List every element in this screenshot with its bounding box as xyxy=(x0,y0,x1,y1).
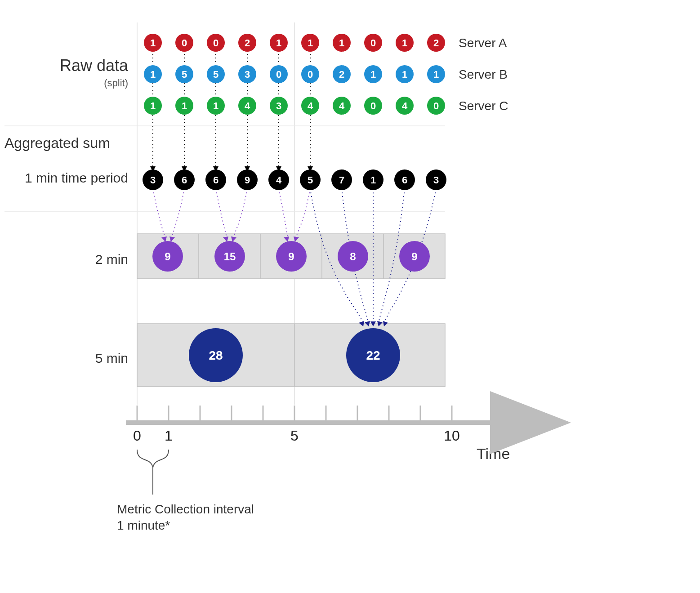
svg-text:3: 3 xyxy=(245,69,250,80)
svg-text:1: 1 xyxy=(370,174,376,186)
svg-text:8: 8 xyxy=(350,250,356,263)
svg-text:0: 0 xyxy=(213,37,218,49)
tick-10: 10 xyxy=(444,428,460,444)
svg-text:1: 1 xyxy=(182,100,187,111)
svg-text:0: 0 xyxy=(370,100,376,111)
svg-text:0: 0 xyxy=(276,69,281,80)
svg-text:5: 5 xyxy=(213,69,218,80)
svg-text:4: 4 xyxy=(245,100,250,111)
tick-5: 5 xyxy=(290,428,299,444)
svg-text:1: 1 xyxy=(370,69,376,80)
svg-text:1: 1 xyxy=(213,100,218,111)
svg-text:0: 0 xyxy=(182,37,187,49)
svg-text:9: 9 xyxy=(165,250,170,263)
svg-text:1: 1 xyxy=(308,37,313,49)
svg-text:1: 1 xyxy=(402,69,407,80)
tick-1: 1 xyxy=(165,428,173,444)
svg-text:2: 2 xyxy=(339,69,344,80)
svg-text:22: 22 xyxy=(366,348,380,362)
svg-text:3: 3 xyxy=(276,100,281,111)
svg-text:0: 0 xyxy=(308,69,313,80)
svg-text:4: 4 xyxy=(308,100,313,111)
svg-text:6: 6 xyxy=(213,174,218,186)
svg-text:1: 1 xyxy=(276,37,281,49)
svg-text:0: 0 xyxy=(370,37,376,49)
svg-text:5: 5 xyxy=(308,174,313,186)
svg-text:15: 15 xyxy=(224,250,236,263)
svg-text:4: 4 xyxy=(402,100,408,111)
svg-text:4: 4 xyxy=(276,174,282,186)
svg-text:1: 1 xyxy=(339,37,344,49)
svg-text:4: 4 xyxy=(339,100,345,111)
svg-text:3: 3 xyxy=(150,174,156,186)
svg-text:3: 3 xyxy=(433,174,439,186)
svg-text:5: 5 xyxy=(182,69,187,80)
svg-text:1: 1 xyxy=(402,37,407,49)
svg-text:0: 0 xyxy=(433,100,439,111)
svg-text:28: 28 xyxy=(209,348,223,362)
svg-text:6: 6 xyxy=(402,174,407,186)
svg-text:1: 1 xyxy=(150,37,156,49)
svg-text:2: 2 xyxy=(433,37,439,49)
svg-text:9: 9 xyxy=(245,174,250,186)
diagram-svg: 0 1 5 10 xyxy=(0,0,700,593)
svg-text:1: 1 xyxy=(150,100,156,111)
svg-text:2: 2 xyxy=(245,37,250,49)
svg-text:6: 6 xyxy=(182,174,187,186)
svg-text:9: 9 xyxy=(411,250,417,263)
svg-text:7: 7 xyxy=(339,174,344,186)
svg-text:1: 1 xyxy=(150,69,156,80)
svg-text:1: 1 xyxy=(433,69,439,80)
tick-0: 0 xyxy=(133,428,141,444)
svg-text:9: 9 xyxy=(288,250,294,263)
